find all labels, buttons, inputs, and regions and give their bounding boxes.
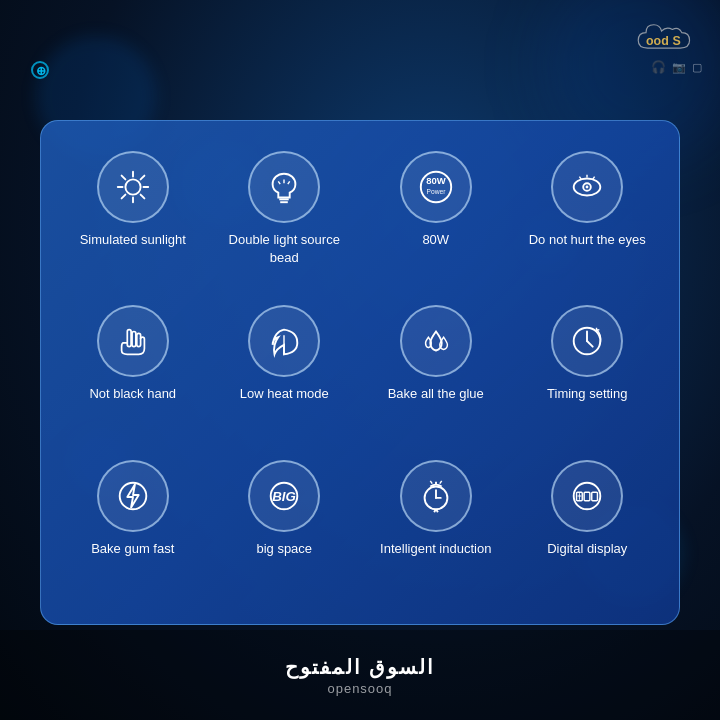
square-icon: ▢ <box>692 61 702 74</box>
features-card: Simulated sunlight Double light source b… <box>40 120 680 625</box>
feature-label-digital-display: Digital display <box>547 540 627 558</box>
feature-icon-digital-display <box>551 460 623 532</box>
features-row-1: Simulated sunlight Double light source b… <box>61 151 659 295</box>
svg-rect-29 <box>137 334 141 347</box>
feature-icon-80w: 80W Power <box>400 151 472 223</box>
feature-label-bake-glue: Bake all the glue <box>388 385 484 403</box>
feature-label-80w: 80W <box>422 231 449 249</box>
headphone-icon: 🎧 <box>651 60 666 74</box>
feature-icon-double-light <box>248 151 320 223</box>
features-row-3: Bake gum fast BIG big space Intelligent … <box>61 460 659 604</box>
feature-label-not-black-hand: Not black hand <box>89 385 176 403</box>
feature-icon-simulated-sunlight <box>97 151 169 223</box>
feature-label-no-hurt-eyes: Do not hurt the eyes <box>529 231 646 249</box>
svg-point-23 <box>586 186 589 189</box>
arabic-brand-text: السوق المفتوح <box>285 655 436 679</box>
svg-line-17 <box>288 181 290 184</box>
svg-rect-27 <box>127 330 131 347</box>
svg-point-4 <box>125 179 140 194</box>
top-left-accent: ⊕ <box>30 55 80 85</box>
feature-item-intelligent: Intelligent induction <box>364 460 508 558</box>
svg-text:80W: 80W <box>426 175 446 186</box>
feature-item-80w: 80W Power 80W <box>364 151 508 249</box>
svg-line-11 <box>140 176 144 180</box>
brand-logo: ood S <box>632 18 702 58</box>
svg-text:ood: ood <box>646 34 669 48</box>
features-row-2: Not black hand Low heat mode Bake all th… <box>61 305 659 449</box>
svg-line-33 <box>587 341 593 347</box>
svg-text:Power: Power <box>426 188 446 195</box>
svg-marker-35 <box>127 484 138 507</box>
camera-icon: 📷 <box>672 61 686 74</box>
svg-rect-46 <box>584 492 590 501</box>
feature-icon-no-hurt-eyes <box>551 151 623 223</box>
feature-label-intelligent: Intelligent induction <box>380 540 491 558</box>
feature-item-simulated-sunlight: Simulated sunlight <box>61 151 205 249</box>
feature-label-low-heat: Low heat mode <box>240 385 329 403</box>
feature-icon-intelligent <box>400 460 472 532</box>
watermark-area: السوق المفتوح opensooq <box>0 630 720 720</box>
feature-icon-bake-fast <box>97 460 169 532</box>
feature-label-timing: Timing setting <box>547 385 627 403</box>
feature-item-not-black-hand: Not black hand <box>61 305 205 403</box>
svg-line-9 <box>121 176 125 180</box>
feature-icon-bake-glue <box>400 305 472 377</box>
feature-label-double-light: Double light source bead <box>213 231 357 266</box>
feature-icon-timing <box>551 305 623 377</box>
svg-rect-47 <box>592 492 598 501</box>
feature-item-bake-glue: Bake all the glue <box>364 305 508 403</box>
feature-label-big-space: big space <box>256 540 312 558</box>
opensooq-brand-text: opensooq <box>327 681 392 696</box>
svg-text:S: S <box>672 34 680 48</box>
feature-icon-big-space: BIG <box>248 460 320 532</box>
svg-rect-28 <box>132 332 136 347</box>
feature-item-timing: Timing setting <box>516 305 660 403</box>
feature-item-double-light: Double light source bead <box>213 151 357 266</box>
svg-text:BIG: BIG <box>272 488 296 503</box>
feature-label-bake-fast: Bake gum fast <box>91 540 174 558</box>
feature-item-low-heat: Low heat mode <box>213 305 357 403</box>
feature-icon-low-heat <box>248 305 320 377</box>
feature-icon-not-black-hand <box>97 305 169 377</box>
svg-line-10 <box>140 195 144 199</box>
svg-text:⊕: ⊕ <box>36 64 46 78</box>
feature-label-simulated-sunlight: Simulated sunlight <box>80 231 186 249</box>
feature-item-no-hurt-eyes: Do not hurt the eyes <box>516 151 660 249</box>
feature-item-bake-fast: Bake gum fast <box>61 460 205 558</box>
logo-icons: 🎧 📷 ▢ <box>651 60 702 74</box>
feature-item-digital-display: Digital display <box>516 460 660 558</box>
logo-area: ood S 🎧 📷 ▢ <box>632 18 702 74</box>
svg-line-12 <box>121 195 125 199</box>
feature-item-big-space: BIG big space <box>213 460 357 558</box>
svg-line-16 <box>279 181 281 184</box>
